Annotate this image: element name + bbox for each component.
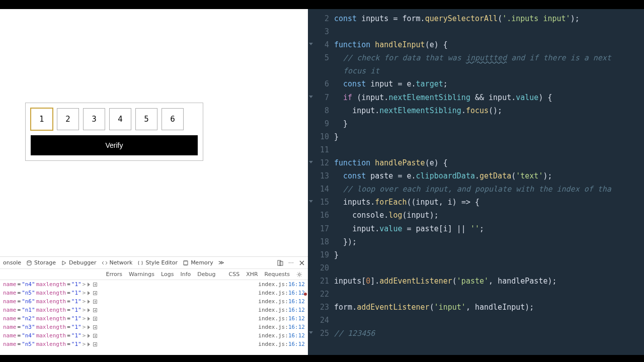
console-row[interactable]: name="n2" maxlength="1"> index.js:16:12 [0, 314, 308, 323]
expand-caret-icon[interactable] [88, 317, 90, 321]
responsive-mode-icon[interactable] [277, 260, 283, 266]
line-number[interactable]: 5 [308, 51, 329, 64]
line-number[interactable]: 14 [308, 183, 329, 196]
code-line[interactable] [334, 314, 644, 327]
close-devtools-icon[interactable] [299, 260, 305, 266]
code-line[interactable]: inputs[0].addEventListener('paste', hand… [334, 275, 644, 288]
line-number[interactable]: 10 [308, 130, 329, 143]
line-number[interactable]: 3 [308, 25, 329, 38]
expand-twisty-icon[interactable] [93, 308, 97, 312]
line-number[interactable]: 20 [308, 261, 329, 275]
expand-twisty-icon[interactable] [93, 334, 97, 338]
otp-input-4[interactable] [109, 108, 131, 130]
code-line[interactable]: input.nextElementSibling.focus(); [334, 104, 644, 117]
devtools-tab-onsole[interactable]: onsole [3, 259, 21, 266]
filter-debug[interactable]: Debug [195, 270, 218, 279]
console-row[interactable]: name="n6" maxlength="1"> index.js:16:12 [0, 297, 308, 306]
code-line[interactable]: input.value = paste[i] || ''; [334, 222, 644, 235]
filter-css[interactable]: CSS [226, 270, 242, 279]
console-row[interactable]: name="n1" maxlength="1"> index.js:16:12 [0, 306, 308, 314]
line-number[interactable]: 21 [308, 275, 329, 288]
console-row[interactable]: name="n4" maxlength="1"> index.js:16:12 [0, 280, 308, 289]
otp-input-5[interactable] [135, 108, 157, 130]
code-line[interactable]: function handleInput(e) { [334, 38, 644, 51]
expand-caret-icon[interactable] [88, 342, 90, 346]
expand-caret-icon[interactable] [88, 334, 90, 338]
devtools-tab-debugger[interactable]: Debugger [61, 259, 96, 266]
line-number[interactable]: 16 [308, 209, 329, 222]
tabs-overflow-icon[interactable]: ≫ [218, 259, 224, 266]
code-line[interactable] [334, 143, 644, 156]
code-line[interactable]: function handlePaste(e) { [334, 156, 644, 169]
console-row[interactable]: name="n5" maxlength="1"> index.js:16:12 [0, 340, 308, 348]
line-number[interactable]: 9 [308, 117, 329, 130]
code-line[interactable] [334, 288, 644, 301]
devtools-tab-memory[interactable]: Memory [183, 259, 213, 266]
line-number[interactable]: 11 [308, 143, 329, 156]
line-number[interactable]: 15 [308, 196, 329, 209]
line-number[interactable]: 13 [308, 169, 329, 183]
filter-requests[interactable]: Requests [262, 270, 292, 279]
code-line[interactable]: focus it [334, 64, 644, 77]
line-number[interactable]: 25 [308, 327, 329, 340]
console-output[interactable]: name="n4" maxlength="1"> index.js:16:12n… [0, 280, 308, 355]
verify-button[interactable]: Verify [31, 135, 198, 155]
expand-caret-icon[interactable] [88, 308, 90, 312]
otp-input-6[interactable] [162, 108, 184, 130]
expand-caret-icon[interactable] [88, 283, 90, 287]
code-line[interactable]: const inputs = form.querySelectorAll('.i… [334, 12, 644, 25]
code-line[interactable] [334, 261, 644, 275]
expand-caret-icon[interactable] [88, 291, 90, 295]
line-number[interactable]: 7 [308, 91, 329, 104]
devtools-tab-network[interactable]: Network [102, 259, 133, 266]
line-number[interactable]: 8 [308, 104, 329, 117]
kebab-menu-icon[interactable]: ⋯ [288, 259, 294, 266]
devtools-tab-storage[interactable]: Storage [26, 259, 56, 266]
code-line[interactable]: } [334, 248, 644, 261]
settings-gear-icon[interactable] [294, 270, 305, 279]
expand-twisty-icon[interactable] [93, 300, 97, 304]
code-line[interactable]: const input = e.target; [334, 77, 644, 90]
code-line[interactable]: // check for data that was inputtted and… [334, 51, 644, 64]
line-number[interactable]: 2 [308, 12, 329, 25]
expand-twisty-icon[interactable] [93, 342, 97, 346]
filter-xhr[interactable]: XHR [244, 270, 260, 279]
filter-errors[interactable]: Errors [104, 270, 125, 279]
expand-twisty-icon[interactable] [93, 291, 97, 295]
otp-input-3[interactable] [83, 108, 105, 130]
expand-twisty-icon[interactable] [93, 283, 97, 287]
otp-input-2[interactable] [57, 108, 79, 130]
code-line[interactable]: console.log(input); [334, 209, 644, 222]
line-number[interactable]: 24 [308, 314, 329, 327]
expand-twisty-icon[interactable] [93, 325, 97, 329]
line-number[interactable]: 19 [308, 248, 329, 261]
code-body[interactable]: const inputs = form.querySelectorAll('.i… [334, 9, 644, 355]
filter-logs[interactable]: Logs [158, 270, 176, 279]
code-line[interactable]: if (input.nextElementSibling && input.va… [334, 91, 644, 104]
line-number[interactable]: 18 [308, 235, 329, 248]
code-line[interactable]: }); [334, 235, 644, 248]
code-line[interactable]: // 123456 [334, 327, 644, 340]
expand-caret-icon[interactable] [88, 325, 90, 329]
line-number[interactable]: 4 [308, 38, 329, 51]
expand-caret-icon[interactable] [88, 300, 90, 304]
line-number[interactable]: 17 [308, 222, 329, 235]
code-line[interactable]: const paste = e.clipboardData.getData('t… [334, 169, 644, 183]
code-line[interactable]: // loop over each input, and populate wi… [334, 183, 644, 196]
code-line[interactable]: } [334, 117, 644, 130]
console-row[interactable]: name="n4" maxlength="1"> index.js:16:12 [0, 331, 308, 340]
line-number[interactable]: 22 [308, 288, 329, 301]
line-number[interactable] [308, 64, 329, 77]
line-number[interactable]: 12 [308, 156, 329, 169]
code-editor[interactable]: 2345 67891011121314151617181920212223242… [308, 9, 644, 355]
code-line[interactable]: } [334, 130, 644, 143]
filter-info[interactable]: Info [178, 270, 193, 279]
code-line[interactable]: form.addEventListener('input', handleInp… [334, 301, 644, 314]
code-line[interactable]: inputs.forEach((input, i) => { [334, 196, 644, 209]
code-line[interactable] [334, 25, 644, 38]
line-number[interactable]: 6 [308, 77, 329, 90]
console-row[interactable]: name="n3" maxlength="1"> index.js:16:12 [0, 323, 308, 331]
console-row[interactable]: name="n5" maxlength="1"> index.js:16:12 [0, 289, 308, 297]
devtools-tab-style-editor[interactable]: Style Editor [137, 259, 178, 266]
otp-input-1[interactable] [31, 108, 53, 130]
